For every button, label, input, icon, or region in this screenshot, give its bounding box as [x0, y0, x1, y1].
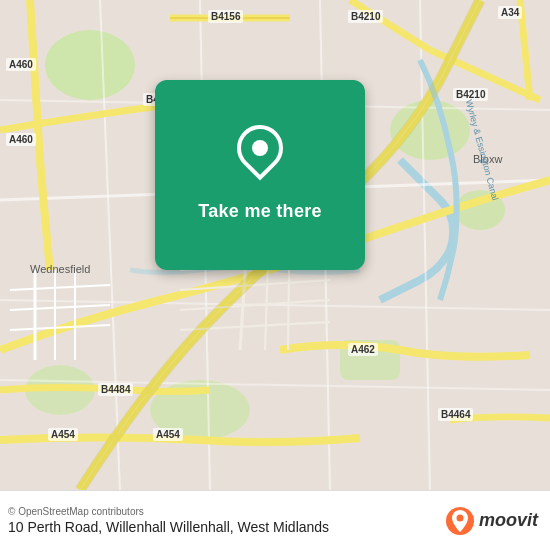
map-container: B4156 B4156 B4210 B4210 A34 A460 A460 A4…: [0, 0, 550, 490]
road-label-a460-1: A460: [6, 58, 36, 71]
road-label-a454-2: A454: [153, 428, 183, 441]
address-text: 10 Perth Road, Willenhall Willenhall, We…: [8, 519, 445, 535]
take-me-there-button[interactable]: Take me there: [155, 80, 365, 270]
copyright-text: © OpenStreetMap contributors: [8, 506, 445, 517]
road-label-a34: A34: [498, 6, 522, 19]
svg-point-34: [456, 514, 463, 521]
road-label-a460-2: A460: [6, 133, 36, 146]
pin-icon: [234, 125, 286, 185]
svg-point-1: [45, 30, 135, 100]
road-label-a462: A462: [348, 343, 378, 356]
pin-body: [227, 115, 292, 180]
moovit-logo: moovit: [445, 506, 538, 536]
bottom-bar: © OpenStreetMap contributors 10 Perth Ro…: [0, 490, 550, 550]
road-label-b4156-top: B4156: [208, 10, 243, 23]
place-label-wednesfield: Wednesfield: [30, 263, 90, 275]
road-label-b4210-top: B4210: [348, 10, 383, 23]
road-label-a454-1: A454: [48, 428, 78, 441]
take-me-there-label[interactable]: Take me there: [190, 197, 330, 226]
address-section: © OpenStreetMap contributors 10 Perth Ro…: [8, 506, 445, 535]
road-label-b4464: B4464: [438, 408, 473, 421]
moovit-text: moovit: [479, 510, 538, 531]
pin-dot: [249, 136, 272, 159]
road-label-b4484: B4484: [98, 383, 133, 396]
moovit-icon: [445, 506, 475, 536]
